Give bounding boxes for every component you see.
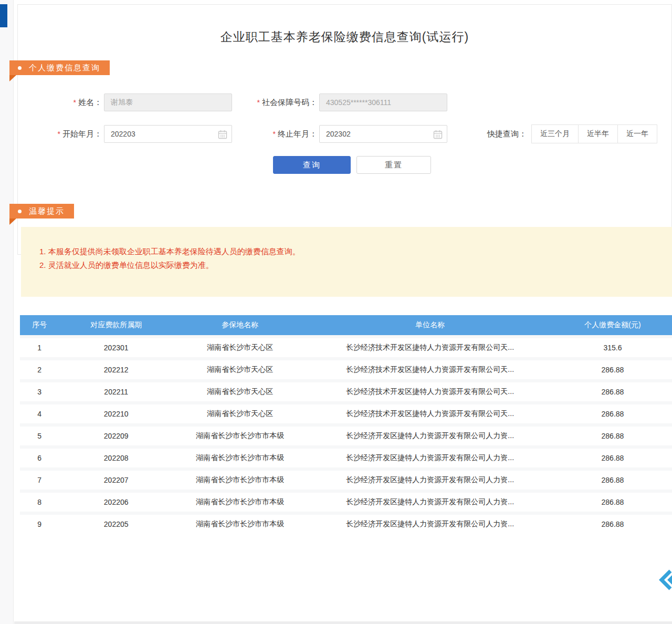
table-cell: 202205 xyxy=(59,520,173,528)
column-header-employer: 单位名称 xyxy=(307,320,553,330)
table-cell: 长沙经济开发区捷特人力资源开发有限公司人力资... xyxy=(307,431,553,441)
table-row: 1202301湖南省长沙市天心区长沙经济技术开发区捷特人力资源开发有限公司天..… xyxy=(20,335,672,357)
table-row: 2202212湖南省长沙市天心区长沙经济技术开发区捷特人力资源开发有限公司天..… xyxy=(20,357,672,379)
name-value: 谢旭泰 xyxy=(111,98,133,107)
section-badge-tips: 温馨提示 xyxy=(9,204,74,219)
table-cell: 202206 xyxy=(59,498,173,506)
table-cell: 202210 xyxy=(59,410,173,418)
ssn-input[interactable]: 430525******306111 xyxy=(319,93,447,111)
start-month-value: 202203 xyxy=(111,130,135,138)
table-cell: 286.88 xyxy=(553,366,672,374)
page-title: 企业职工基本养老保险缴费信息查询(试运行) xyxy=(18,29,671,45)
quick-1year-button[interactable]: 近一年 xyxy=(617,124,657,143)
section-badge-personal-query: 个人缴费信息查询 xyxy=(9,60,110,75)
reset-button[interactable]: 重置 xyxy=(356,156,431,174)
table-cell: 湖南省长沙市天心区 xyxy=(173,365,307,375)
table-cell: 286.88 xyxy=(553,498,672,506)
column-header-period: 对应费款所属期 xyxy=(59,320,173,330)
table-cell: 湖南省长沙市长沙市市本级 xyxy=(173,453,307,463)
table-row: 9202205湖南省长沙市长沙市市本级长沙经济开发区捷特人力资源开发有限公司人力… xyxy=(20,512,672,534)
notice-line: 1. 本服务仅提供尚未领取企业职工基本养老保险待遇人员的缴费信息查询。 xyxy=(39,245,656,258)
table-cell: 5 xyxy=(20,432,59,440)
required-asterisk: * xyxy=(74,98,76,107)
search-button[interactable]: 查询 xyxy=(273,156,351,174)
table-cell: 286.88 xyxy=(553,454,672,462)
end-month-label: *终止年月： xyxy=(237,129,317,139)
name-input[interactable]: 谢旭泰 xyxy=(104,93,232,111)
sidebar-accent-block xyxy=(0,4,7,27)
start-month-input[interactable]: 202203 xyxy=(104,125,232,143)
bottom-bar xyxy=(14,621,672,624)
table-row: 6202208湖南省长沙市长沙市市本级长沙经济开发区捷特人力资源开发有限公司人力… xyxy=(20,445,672,467)
ssn-field-group: *社会保障号码： 430525******306111 xyxy=(237,93,447,111)
table-cell: 湖南省长沙市天心区 xyxy=(173,409,307,419)
table-cell: 6 xyxy=(20,454,59,462)
table-cell: 202209 xyxy=(59,432,173,440)
table-cell: 9 xyxy=(20,520,59,528)
table-cell: 湖南省长沙市长沙市市本级 xyxy=(173,475,307,485)
table-cell: 3 xyxy=(20,388,59,396)
table-row: 8202206湖南省长沙市长沙市市本级长沙经济开发区捷特人力资源开发有限公司人力… xyxy=(20,490,672,512)
end-month-field-group: *终止年月： 202302 xyxy=(237,125,447,143)
required-asterisk: * xyxy=(257,98,260,107)
table-cell: 202301 xyxy=(59,344,173,352)
start-month-label: *开始年月： xyxy=(46,129,102,139)
end-month-input[interactable]: 202302 xyxy=(319,125,447,143)
table-cell: 4 xyxy=(20,410,59,418)
calendar-icon xyxy=(218,130,227,139)
table-cell: 286.88 xyxy=(553,432,672,440)
column-header-region: 参保地名称 xyxy=(173,320,307,330)
section-badge-label: 温馨提示 xyxy=(29,206,65,216)
bullet-icon xyxy=(18,210,22,213)
payment-table: 序号 对应费款所属期 参保地名称 单位名称 个人缴费金额(元) 1202301湖… xyxy=(20,315,672,534)
table-cell: 长沙经济技术开发区捷特人力资源开发有限公司天... xyxy=(307,387,553,397)
table-cell: 长沙经济技术开发区捷特人力资源开发有限公司天... xyxy=(307,409,553,419)
table-row: 5202209湖南省长沙市长沙市市本级长沙经济开发区捷特人力资源开发有限公司人力… xyxy=(20,423,672,445)
table-cell: 长沙经济开发区捷特人力资源开发有限公司人力资... xyxy=(307,453,553,463)
notice-line: 2. 灵活就业人员的缴费单位信息以实际缴费为准。 xyxy=(39,258,656,272)
bullet-icon xyxy=(18,66,22,70)
calendar-icon xyxy=(433,130,443,139)
table-cell: 202212 xyxy=(59,366,173,374)
screen: 企业职工基本养老保险缴费信息查询(试运行) 个人缴费信息查询 *姓名： 谢旭泰 … xyxy=(0,0,672,624)
table-cell: 7 xyxy=(20,476,59,484)
column-header-amount: 个人缴费金额(元) xyxy=(553,320,672,330)
table-row: 7202207湖南省长沙市长沙市市本级长沙经济开发区捷特人力资源开发有限公司人力… xyxy=(20,467,672,490)
required-asterisk: * xyxy=(58,130,60,138)
table-cell: 286.88 xyxy=(553,476,672,484)
table-cell: 长沙经济开发区捷特人力资源开发有限公司人力资... xyxy=(307,497,553,507)
collapse-double-chevron-icon[interactable] xyxy=(658,568,672,591)
table-cell: 315.6 xyxy=(553,344,672,352)
table-cell: 202211 xyxy=(59,388,173,396)
table-body: 1202301湖南省长沙市天心区长沙经济技术开发区捷特人力资源开发有限公司天..… xyxy=(20,335,672,534)
start-month-field-group: *开始年月： 202203 xyxy=(46,125,232,143)
table-cell: 湖南省长沙市天心区 xyxy=(173,387,307,397)
table-cell: 8 xyxy=(20,498,59,506)
quick-halfyear-button[interactable]: 近半年 xyxy=(578,124,618,143)
column-header-index: 序号 xyxy=(20,320,59,330)
end-month-value: 202302 xyxy=(326,130,351,138)
table-cell: 286.88 xyxy=(553,520,672,528)
name-label: *姓名： xyxy=(46,98,102,108)
table-cell: 1 xyxy=(20,344,59,352)
quick-query-group: 快捷查询： 近三个月 近半年 近一年 xyxy=(487,125,657,143)
notice-box: 1. 本服务仅提供尚未领取企业职工基本养老保险待遇人员的缴费信息查询。 2. 灵… xyxy=(21,227,672,297)
table-cell: 湖南省长沙市长沙市市本级 xyxy=(173,431,307,441)
table-cell: 湖南省长沙市天心区 xyxy=(173,343,307,352)
table-header-row: 序号 对应费款所属期 参保地名称 单位名称 个人缴费金额(元) xyxy=(20,315,672,335)
table-row: 4202210湖南省长沙市天心区长沙经济技术开发区捷特人力资源开发有限公司天..… xyxy=(20,401,672,423)
table-row: 3202211湖南省长沙市天心区长沙经济技术开发区捷特人力资源开发有限公司天..… xyxy=(20,379,672,401)
name-field-group: *姓名： 谢旭泰 xyxy=(46,93,232,111)
left-sidebar-strip xyxy=(0,0,14,624)
table-cell: 2 xyxy=(20,366,59,374)
ssn-label: *社会保障号码： xyxy=(237,98,317,108)
table-cell: 长沙经济开发区捷特人力资源开发有限公司人力资... xyxy=(307,475,553,485)
quick-3months-button[interactable]: 近三个月 xyxy=(531,124,579,143)
quick-query-label: 快捷查询： xyxy=(487,129,527,139)
section-badge-label: 个人缴费信息查询 xyxy=(29,63,100,73)
table-cell: 202207 xyxy=(59,476,173,484)
table-cell: 长沙经济技术开发区捷特人力资源开发有限公司天... xyxy=(307,365,553,375)
table-cell: 202208 xyxy=(59,454,173,462)
ssn-value: 430525******306111 xyxy=(326,98,391,107)
table-cell: 湖南省长沙市长沙市市本级 xyxy=(173,519,307,529)
